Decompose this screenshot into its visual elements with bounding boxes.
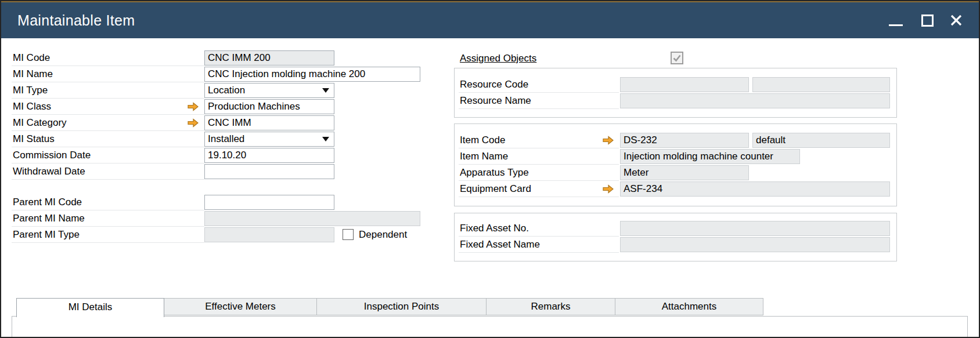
- apparatus-type-label: Apparatus Type: [460, 165, 529, 180]
- parent-mi-type-row: Parent MI Type Dependent: [12, 227, 425, 243]
- assigned-objects-checkbox: [671, 52, 683, 64]
- parent-mi-name-input: [204, 211, 420, 226]
- mi-status-combo[interactable]: Installed: [204, 132, 334, 147]
- mi-code-row: MI Code: [12, 50, 425, 66]
- mi-code-label: MI Code: [13, 50, 50, 66]
- row-separator: [12, 147, 204, 147]
- mi-class-row: MI Class: [12, 99, 425, 115]
- parent-mi-type-input: [204, 227, 334, 242]
- item-name-label: Item Name: [460, 149, 508, 164]
- assigned-objects-header: Assigned Objects: [459, 51, 896, 67]
- parent-mi-code-input[interactable]: [204, 195, 334, 210]
- check-icon: [673, 54, 681, 62]
- link-arrow-icon[interactable]: [188, 118, 199, 128]
- mi-name-row: MI Name: [12, 67, 425, 82]
- link-arrow-icon[interactable]: [603, 184, 614, 194]
- item-code-label: Item Code: [460, 133, 505, 148]
- row-separator: [459, 108, 619, 109]
- resource-code-label: Resource Code: [460, 77, 528, 92]
- mi-category-row: MI Category: [12, 115, 425, 131]
- parent-mi-name-label: Parent MI Name: [13, 211, 85, 226]
- mi-code-input: [204, 50, 334, 66]
- mi-class-input[interactable]: [204, 99, 334, 114]
- assigned-objects-label[interactable]: Assigned Objects: [460, 51, 536, 66]
- resource-code-input: [620, 77, 749, 92]
- withdrawal-date-row: Withdrawal Date: [12, 164, 425, 180]
- mi-type-label: MI Type: [13, 83, 48, 98]
- window-title: Maintainable Item: [17, 2, 135, 38]
- parent-mi-code-row: Parent MI Code: [12, 195, 425, 210]
- minimize-icon: [889, 24, 903, 26]
- equipment-card-row: Equipment Card: [459, 181, 896, 197]
- withdrawal-date-input[interactable]: [204, 164, 334, 179]
- parent-mi-name-row: Parent MI Name: [12, 211, 425, 227]
- item-name-row: Item Name: [459, 149, 896, 165]
- tab-strip: MI Details Effective Meters Inspection P…: [16, 298, 763, 317]
- tab-attachments[interactable]: Attachments: [615, 298, 763, 315]
- fixed-asset-no-row: Fixed Asset No.: [459, 221, 896, 237]
- tab-effective-meters[interactable]: Effective Meters: [164, 298, 317, 315]
- minimize-button[interactable]: [885, 2, 907, 38]
- maximize-icon: [921, 14, 934, 27]
- resource-code-input-2: [752, 77, 890, 92]
- row-separator: [12, 179, 204, 180]
- close-icon: [950, 14, 963, 27]
- withdrawal-date-label: Withdrawal Date: [13, 164, 85, 179]
- dependent-checkbox-label: Dependent: [359, 227, 407, 242]
- row-separator: [12, 82, 204, 82]
- maximize-button[interactable]: [916, 2, 938, 38]
- mi-name-label: MI Name: [13, 67, 53, 82]
- tab-mi-details[interactable]: MI Details: [16, 298, 164, 317]
- window-top-accent: [0, 1, 980, 2]
- tab-remarks[interactable]: Remarks: [487, 298, 615, 315]
- mi-status-label: MI Status: [13, 132, 55, 147]
- mi-category-input[interactable]: [204, 115, 334, 130]
- row-separator: [12, 130, 204, 131]
- commission-date-row: Commission Date: [12, 148, 425, 163]
- commission-date-input[interactable]: [204, 148, 334, 163]
- fixed-asset-name-label: Fixed Asset Name: [460, 237, 540, 252]
- resource-group-box: [454, 68, 897, 118]
- commission-date-label: Commission Date: [13, 148, 91, 163]
- row-separator: [12, 226, 204, 227]
- row-separator: [459, 92, 619, 93]
- row-separator: [459, 236, 619, 237]
- tab-inspection-points[interactable]: Inspection Points: [317, 298, 487, 315]
- mi-type-row: MI Type Location: [12, 83, 425, 99]
- mi-type-combo[interactable]: Location: [204, 83, 334, 98]
- row-separator: [12, 210, 204, 210]
- dropdown-arrow-icon: [322, 137, 329, 141]
- fixed-asset-no-input: [620, 221, 890, 236]
- close-button[interactable]: [945, 2, 967, 38]
- parent-mi-code-label: Parent MI Code: [13, 195, 82, 210]
- item-code-default-input: [752, 133, 890, 148]
- row-separator: [12, 66, 204, 66]
- apparatus-type-input: [620, 165, 749, 180]
- equipment-card-input: [620, 181, 890, 197]
- apparatus-type-row: Apparatus Type: [459, 165, 896, 181]
- fixed-asset-name-input: [620, 237, 890, 252]
- row-separator: [459, 164, 619, 165]
- row-separator: [459, 148, 619, 148]
- dependent-checkbox[interactable]: [343, 229, 354, 240]
- resource-code-row: Resource Code: [459, 77, 896, 93]
- mi-status-row: MI Status Installed: [12, 132, 425, 147]
- resource-name-label: Resource Name: [460, 93, 531, 108]
- link-arrow-icon[interactable]: [188, 102, 199, 111]
- resource-name-input: [620, 93, 890, 108]
- link-arrow-icon[interactable]: [603, 136, 614, 145]
- row-separator: [459, 197, 619, 197]
- row-separator: [459, 180, 619, 181]
- fixed-asset-no-label: Fixed Asset No.: [460, 221, 529, 236]
- row-separator: [12, 163, 204, 163]
- fixed-asset-name-row: Fixed Asset Name: [459, 237, 896, 253]
- tab-content-area: [12, 316, 968, 337]
- titlebar: Maintainable Item: [0, 2, 980, 38]
- row-separator: [12, 242, 204, 243]
- row-separator: [12, 98, 204, 99]
- mi-status-combo-value: Installed: [208, 133, 244, 145]
- mi-class-label: MI Class: [13, 99, 51, 114]
- mi-name-input[interactable]: [204, 67, 420, 82]
- mi-type-combo-value: Location: [208, 85, 245, 96]
- mi-category-label: MI Category: [13, 115, 67, 130]
